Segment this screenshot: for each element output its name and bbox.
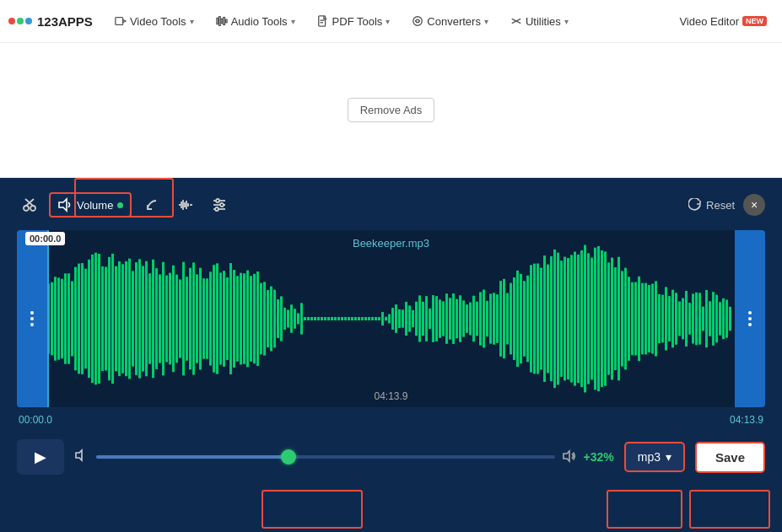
close-button[interactable]: × [743, 194, 765, 216]
volume-section: +32% [74, 448, 614, 466]
dot-red [8, 18, 15, 24]
svg-rect-3 [218, 17, 220, 26]
right-handle[interactable] [735, 230, 765, 407]
left-handle[interactable] [17, 230, 47, 407]
editor-area: Volume Reset × Beekeeper.mp3 00:00.0 [0, 178, 782, 532]
svg-point-29 [220, 203, 224, 207]
utilities-icon [510, 15, 522, 27]
nav-audio-tools[interactable]: Audio Tools ▾ [208, 10, 304, 33]
reset-button[interactable]: Reset [688, 198, 735, 212]
nav-utilities-label: Utilities [526, 15, 561, 28]
volume-icon [57, 197, 73, 212]
waveform-tool-button[interactable] [172, 191, 199, 218]
active-dot [117, 202, 123, 208]
svg-marker-32 [564, 451, 569, 461]
format-annotation-box [607, 490, 682, 529]
eq-tool-button[interactable] [206, 191, 233, 218]
format-dropdown-icon: ▾ [666, 450, 671, 464]
nav-audio-tools-chevron: ▾ [291, 17, 295, 26]
nav-converters-chevron: ▾ [484, 17, 488, 26]
video-editor-label: Video Editor [679, 15, 739, 28]
volume-slider-fill [96, 455, 289, 459]
eq-icon [211, 196, 228, 213]
time-labels: 00:00.0 04:13.9 [17, 414, 765, 426]
nav-utilities-chevron: ▾ [564, 17, 569, 26]
nav-pdf-tools-label: PDF Tools [332, 15, 383, 28]
ad-area: Remove Ads [0, 43, 782, 178]
svg-point-13 [24, 206, 29, 211]
left-handle-dots [30, 311, 34, 326]
save-button[interactable]: Save [695, 442, 765, 473]
remove-ads-button[interactable]: Remove Ads [348, 98, 435, 122]
svg-point-14 [30, 206, 35, 211]
toolbar-right: Reset × [688, 194, 765, 216]
slider-annotation-box [262, 490, 363, 529]
svg-rect-6 [225, 19, 227, 23]
svg-rect-5 [223, 18, 224, 25]
dot-green [17, 18, 24, 24]
nav-pdf-tools[interactable]: PDF Tools ▾ [309, 10, 399, 33]
cut-icon [22, 197, 37, 212]
nav-video-tools-label: Video Tools [130, 15, 186, 28]
nav-video-tools[interactable]: Video Tools ▾ [106, 10, 202, 33]
volume-percent-display: +32% [584, 450, 614, 464]
reset-label: Reset [706, 199, 735, 212]
volume-tool-button[interactable]: Volume [49, 192, 132, 218]
waveform-container: Beekeeper.mp3 00:00.0 // Generate wavefo… [17, 230, 765, 407]
logo-dots [8, 18, 32, 24]
toolbar: Volume Reset × [17, 191, 765, 218]
time-label-end: 04:13.9 [730, 414, 763, 426]
duration-center: 04:13.9 [374, 390, 407, 402]
play-button[interactable]: ▶ [17, 439, 64, 475]
nav-video-editor[interactable]: Video Editor NEW [672, 10, 774, 33]
volume-speaker-icon [562, 449, 577, 466]
close-label: × [751, 198, 758, 212]
waveform-filename: Beekeeper.mp3 [353, 237, 429, 250]
svg-marker-17 [59, 199, 67, 211]
fade-tool-button[interactable] [138, 191, 165, 218]
fade-icon [143, 196, 160, 213]
pdf-icon [317, 15, 329, 27]
playhead[interactable] [47, 230, 49, 407]
waveform-canvas[interactable] [17, 230, 765, 407]
new-badge: NEW [742, 16, 767, 26]
nav-video-tools-chevron: ▾ [190, 17, 194, 26]
svg-marker-1 [123, 19, 127, 23]
audio-icon [216, 15, 228, 27]
format-button[interactable]: mp3 ▾ [624, 442, 685, 472]
navbar: 123APPS Video Tools ▾ Audio Tools ▾ PDF … [0, 0, 782, 43]
video-icon [115, 15, 127, 27]
save-annotation-box [689, 490, 770, 529]
time-start-badge: 00:00.0 [25, 232, 65, 245]
dot-blue [25, 18, 32, 24]
nav-utilities[interactable]: Utilities ▾ [502, 10, 577, 33]
svg-rect-2 [217, 19, 218, 24]
nav-converters-label: Converters [427, 15, 481, 28]
bottom-controls: ▶ +32% mp3 ▾ Save [17, 439, 765, 475]
svg-rect-4 [221, 19, 223, 23]
right-handle-dots [748, 311, 752, 326]
vol-speaker-icon [74, 448, 89, 463]
svg-point-30 [215, 207, 218, 211]
volume-slider-track[interactable] [96, 455, 555, 459]
volume-label: Volume [77, 199, 113, 212]
nav-pdf-tools-chevron: ▾ [386, 17, 390, 26]
cut-tool-button[interactable] [17, 192, 42, 218]
converters-icon [412, 15, 423, 27]
reset-icon [688, 198, 702, 212]
svg-rect-0 [116, 18, 123, 25]
time-label-start: 00:00.0 [19, 414, 52, 426]
nav-audio-tools-label: Audio Tools [231, 15, 288, 28]
nav-converters[interactable]: Converters ▾ [403, 10, 497, 33]
volume-slider-thumb[interactable] [281, 449, 296, 465]
waveform-icon [177, 196, 194, 213]
logo[interactable]: 123APPS [8, 14, 93, 29]
logo-text: 123APPS [37, 14, 93, 29]
svg-marker-31 [76, 450, 82, 460]
volume-mute-icon[interactable] [74, 448, 89, 466]
svg-point-28 [216, 199, 219, 202]
format-label: mp3 [638, 450, 661, 464]
svg-point-10 [413, 17, 423, 26]
